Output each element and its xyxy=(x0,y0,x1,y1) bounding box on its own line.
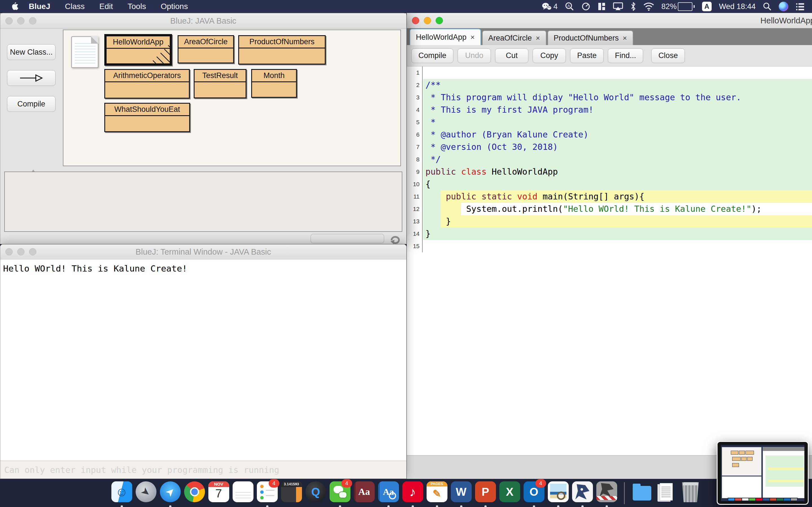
battery-indicator[interactable]: 82% xyxy=(661,2,695,11)
wifi-icon[interactable] xyxy=(644,2,654,11)
tab-label: AreaOfCircle xyxy=(488,34,532,43)
dock-wechat-icon[interactable]: 4 xyxy=(329,482,351,505)
menu-clock[interactable]: Wed 18:44 xyxy=(719,2,756,11)
class-box-label: ArithmeticOperators xyxy=(105,70,189,82)
dock-word-icon[interactable]: W xyxy=(450,482,472,505)
close-window-button[interactable] xyxy=(5,17,13,24)
compile-button[interactable]: Compile xyxy=(411,48,453,63)
terminal-output[interactable]: Hello WOrld! This is Kalune Create! xyxy=(0,260,406,447)
editor-titlebar[interactable]: HelloWorldApp xyxy=(407,13,812,29)
minimize-window-button[interactable] xyxy=(424,17,431,24)
menu-tools[interactable]: Tools xyxy=(120,2,153,11)
close-button[interactable]: Close xyxy=(651,48,685,63)
window-controls[interactable] xyxy=(0,13,36,29)
menu-edit[interactable]: Edit xyxy=(92,2,120,11)
airplay-icon[interactable] xyxy=(613,2,623,11)
menu-options[interactable]: Options xyxy=(153,2,195,11)
gauge-icon[interactable] xyxy=(581,2,591,11)
tab-close-icon[interactable]: × xyxy=(470,33,475,42)
terminal-titlebar[interactable]: BlueJ: Terminal Window - JAVA Basic xyxy=(0,244,406,260)
zoom-a-icon[interactable]: A xyxy=(565,2,574,11)
object-bench[interactable] xyxy=(4,172,402,232)
reset-vm-icon[interactable] xyxy=(389,233,401,244)
dock-powerpoint-icon[interactable]: P xyxy=(474,482,497,505)
project-window-titlebar[interactable]: BlueJ: JAVA Basic xyxy=(0,13,406,29)
screenshot-preview-thumbnail[interactable] xyxy=(717,441,809,505)
cut-button[interactable]: Cut xyxy=(495,48,528,63)
window-controls[interactable] xyxy=(407,13,443,28)
columns-icon[interactable] xyxy=(598,2,606,11)
dock-dictionary-blue-icon[interactable]: Aa xyxy=(377,482,400,505)
dock-calendar-icon[interactable]: NOV7 xyxy=(208,482,230,505)
apple-menu-icon[interactable] xyxy=(8,2,21,11)
dock-chrome-icon[interactable] xyxy=(184,482,206,505)
dock-outlook-icon[interactable]: O4 xyxy=(523,482,545,505)
dock-netease-music-icon[interactable]: ♪ xyxy=(402,482,424,505)
dock-calculator-icon[interactable]: 3.141593 xyxy=(281,482,303,505)
dock-pages-icon[interactable]: PAGES✎ xyxy=(426,482,448,505)
dock-reminders-icon[interactable]: 4 xyxy=(256,482,278,505)
running-indicator xyxy=(388,505,390,507)
running-indicator xyxy=(533,505,535,507)
tab-AreaOfCircle[interactable]: AreaOfCircle× xyxy=(482,31,546,45)
zoom-window-button[interactable] xyxy=(29,17,36,24)
minimize-window-button[interactable] xyxy=(17,248,24,256)
new-class-button[interactable]: New Class... xyxy=(7,44,56,60)
code-line-10: 10{ xyxy=(407,178,812,190)
code-editor[interactable]: 12/**3 * This program will diplay "Hello… xyxy=(407,66,812,455)
siri-icon[interactable] xyxy=(779,2,788,11)
class-diagram[interactable]: HelloWorldAppAreaOfCircleProductOfNumber… xyxy=(63,30,401,166)
class-box-AreaOfCircle[interactable]: AreaOfCircle xyxy=(177,35,234,63)
dock-launchpad-icon[interactable]: ➤ xyxy=(135,482,157,505)
dock-documents-icon[interactable] xyxy=(655,482,677,505)
dock-bluej-alt-icon[interactable] xyxy=(596,482,618,505)
spotlight-icon[interactable] xyxy=(763,2,771,11)
class-box-ArithmeticOperators[interactable]: ArithmeticOperators xyxy=(104,69,190,99)
running-indicator xyxy=(169,505,171,507)
tab-HelloWorldApp[interactable]: HelloWorldApp× xyxy=(410,29,481,45)
dock-bluej-icon[interactable] xyxy=(571,482,594,505)
menu-class[interactable]: Class xyxy=(57,2,92,11)
dock-dictionary-red-icon[interactable]: Aa xyxy=(353,482,375,505)
close-window-button[interactable] xyxy=(5,248,13,256)
undo-button[interactable]: Undo xyxy=(458,48,491,63)
editor-window-title: HelloWorldApp xyxy=(407,16,812,25)
class-box-WhatShouldYouEat[interactable]: WhatShouldYouEat xyxy=(104,103,190,132)
bluetooth-icon[interactable] xyxy=(630,2,636,11)
menu-app-name[interactable]: BlueJ xyxy=(21,2,57,11)
close-window-button[interactable] xyxy=(412,17,419,24)
class-box-ProductOfNumbers[interactable]: ProductOfNumbers xyxy=(238,35,326,64)
dock-preview-icon[interactable] xyxy=(547,482,569,505)
dock-safari-icon[interactable]: ➤ xyxy=(159,482,181,505)
paste-button[interactable]: Paste xyxy=(570,48,604,63)
class-box-Month[interactable]: Month xyxy=(251,69,297,98)
running-indicator xyxy=(485,505,487,507)
terminal-input-field[interactable]: Can only enter input while your programm… xyxy=(0,460,406,478)
dock-finder-icon[interactable]: ☺ xyxy=(111,482,133,505)
find-button[interactable]: Find... xyxy=(608,48,643,63)
window-controls[interactable] xyxy=(0,244,36,259)
dock-excel-icon[interactable]: X xyxy=(499,482,521,505)
dock-folder-windows-icon[interactable] xyxy=(631,482,653,505)
wechat-icon[interactable]: 4 xyxy=(542,2,558,11)
code-line-8: 8 */ xyxy=(407,153,812,166)
zoom-window-button[interactable] xyxy=(436,17,443,24)
dock-trash-icon[interactable] xyxy=(679,482,702,505)
dock-notes-icon[interactable] xyxy=(232,482,254,505)
readme-icon[interactable] xyxy=(71,36,98,68)
tab-ProductOfNumbers[interactable]: ProductOfNumbers× xyxy=(548,31,633,45)
tab-close-icon[interactable]: × xyxy=(623,34,627,43)
tab-close-icon[interactable]: × xyxy=(536,34,540,43)
notification-center-icon[interactable] xyxy=(796,3,805,10)
input-source-badge[interactable]: A xyxy=(702,2,712,11)
class-box-TestResult[interactable]: TestResult xyxy=(194,69,246,98)
copy-button[interactable]: Copy xyxy=(532,48,566,63)
compile-button[interactable]: Compile xyxy=(7,96,56,112)
dock-quicktime-icon[interactable]: Q xyxy=(305,482,327,505)
project-status-bar xyxy=(0,232,406,244)
class-box-HelloWorldApp[interactable]: HelloWorldApp xyxy=(104,34,172,66)
zoom-window-button[interactable] xyxy=(29,248,36,256)
dependency-arrow-button[interactable] xyxy=(7,70,56,86)
project-window-title: BlueJ: JAVA Basic xyxy=(0,16,406,25)
minimize-window-button[interactable] xyxy=(17,17,24,24)
